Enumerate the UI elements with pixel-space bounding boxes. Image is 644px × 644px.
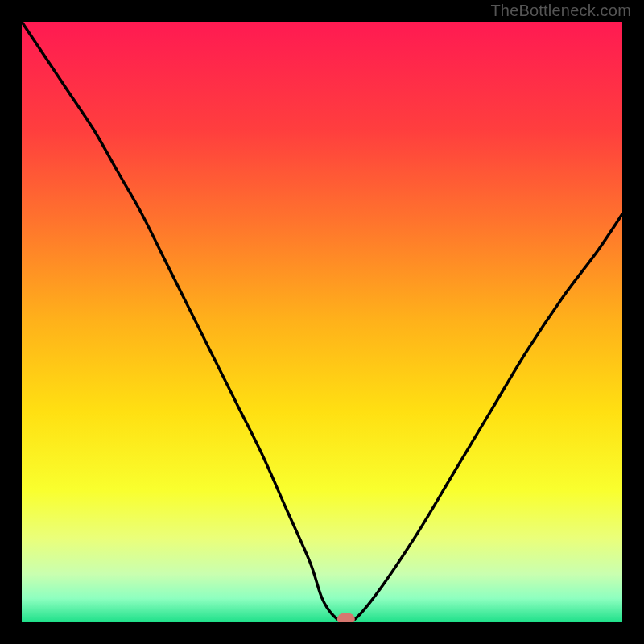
- chart-frame: [10, 10, 634, 634]
- plot-area: [22, 22, 622, 622]
- gradient-background: [22, 22, 622, 622]
- attribution-watermark: TheBottleneck.com: [490, 2, 631, 20]
- chart-canvas: [22, 22, 622, 622]
